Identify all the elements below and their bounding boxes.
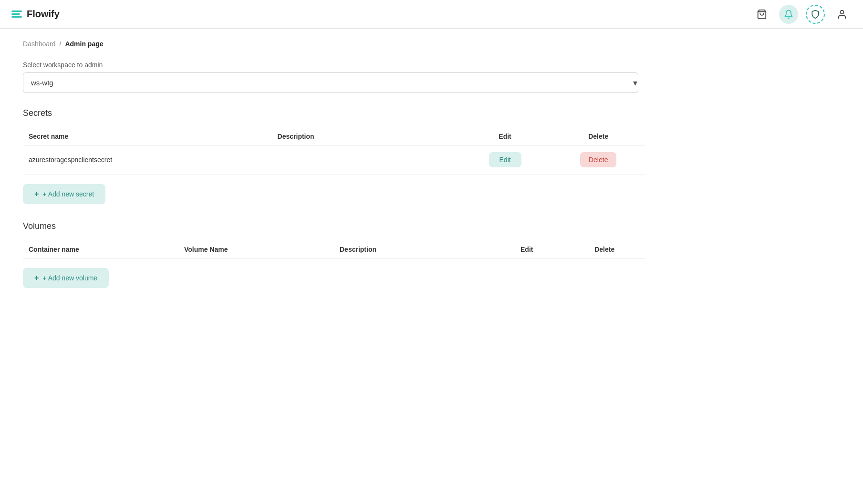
workspace-dropdown[interactable]: ws-wtg ws-prod ws-dev (23, 72, 638, 93)
secret-delete-cell: Delete (551, 145, 645, 175)
secret-name-cell: azurestoragespnclientsecret (23, 145, 272, 175)
breadcrumb-current: Admin page (65, 40, 103, 48)
add-secret-label: + Add new secret (42, 190, 94, 198)
secrets-col-description: Description (272, 128, 458, 145)
volumes-table-header-row: Container name Volume Name Description E… (23, 241, 645, 258)
volumes-col-volume-name: Volume Name (178, 241, 334, 258)
secret-edit-button[interactable]: Edit (489, 152, 521, 167)
volumes-title: Volumes (23, 221, 645, 231)
add-volume-label: + Add new volume (42, 274, 97, 282)
header-actions (752, 5, 852, 24)
secrets-col-name: Secret name (23, 128, 272, 145)
bell-button[interactable] (779, 5, 798, 24)
add-volume-plus-icon: + (34, 274, 39, 282)
secrets-col-delete: Delete (551, 128, 645, 145)
secrets-table-header-row: Secret name Description Edit Delete (23, 128, 645, 145)
shield-button[interactable] (806, 5, 825, 24)
logo-area: Flowify (11, 9, 60, 20)
app-name: Flowify (27, 9, 60, 20)
workspace-label: Select workspace to admin (23, 61, 645, 69)
volumes-col-description: Description (334, 241, 489, 258)
svg-point-1 (840, 10, 843, 13)
volumes-col-container-name: Container name (23, 241, 178, 258)
secrets-col-edit: Edit (458, 128, 552, 145)
breadcrumb-dashboard[interactable]: Dashboard (23, 40, 56, 48)
secrets-title: Secrets (23, 108, 645, 118)
user-button[interactable] (832, 5, 852, 24)
secret-delete-button[interactable]: Delete (580, 152, 616, 167)
volumes-col-delete: Delete (564, 241, 645, 258)
breadcrumb: Dashboard / Admin page (23, 40, 645, 48)
main-content: Dashboard / Admin page Select workspace … (0, 29, 668, 317)
volumes-table: Container name Volume Name Description E… (23, 241, 645, 258)
add-volume-button[interactable]: + + Add new volume (23, 268, 109, 288)
logo-icon (11, 10, 22, 18)
add-secret-plus-icon: + (34, 190, 39, 198)
workspace-selector-wrapper: ws-wtg ws-prod ws-dev ▾ (23, 72, 645, 93)
volumes-col-edit: Edit (489, 241, 564, 258)
bag-button[interactable] (752, 5, 771, 24)
secret-edit-cell: Edit (458, 145, 552, 175)
secrets-table: Secret name Description Edit Delete azur… (23, 128, 645, 175)
secrets-table-row: azurestoragespnclientsecret Edit Delete (23, 145, 645, 175)
add-secret-button[interactable]: + + Add new secret (23, 184, 105, 204)
breadcrumb-separator: / (60, 40, 62, 48)
secret-description-cell (272, 145, 458, 175)
app-header: Flowify (0, 0, 863, 29)
